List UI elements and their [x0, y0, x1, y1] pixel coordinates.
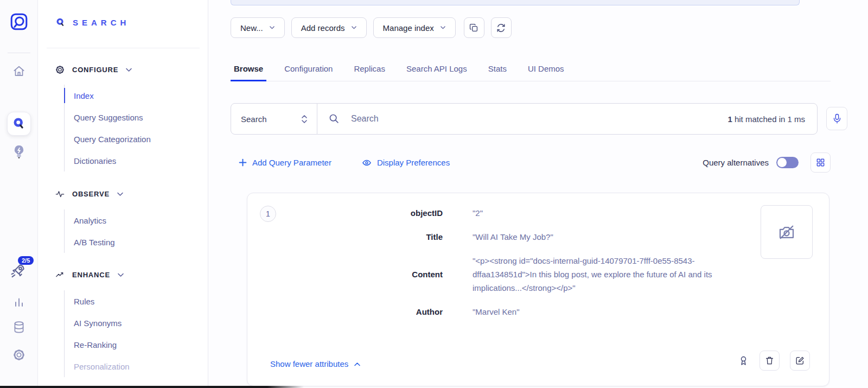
- tab-ui-demos[interactable]: UI Demos: [525, 57, 567, 81]
- sidebar-divider: [47, 48, 200, 48]
- voice-search-button[interactable]: [826, 107, 847, 130]
- sidebar-item-index[interactable]: Index: [74, 85, 151, 106]
- database-icon[interactable]: [12, 320, 26, 334]
- rail-search-item[interactable]: [7, 112, 31, 136]
- sidebar-item-ai-synonyms[interactable]: AI Synonyms: [74, 312, 130, 334]
- attribute-name: objectID: [348, 208, 443, 218]
- chevron-up-icon: [354, 361, 361, 367]
- observe-items: Analytics A/B Testing: [64, 209, 115, 253]
- grid-icon: [816, 158, 825, 167]
- attribute-name: Title: [348, 232, 443, 241]
- add-query-parameter-label: Add Query Parameter: [252, 158, 331, 167]
- observe-label: OBSERVE: [72, 190, 110, 198]
- no-image-placeholder: [761, 205, 813, 259]
- sidebar-item-re-ranking[interactable]: Re-Ranking: [74, 334, 130, 355]
- manage-index-label: Manage index: [383, 23, 434, 33]
- tab-browse[interactable]: Browse: [231, 57, 266, 81]
- chevron-down-icon: [351, 26, 357, 30]
- trash-icon: [764, 355, 775, 366]
- add-records-label: Add records: [301, 23, 345, 33]
- search-mode-select[interactable]: Search: [231, 103, 317, 135]
- new-button-label: New...: [240, 23, 263, 33]
- sidebar-item-rules[interactable]: Rules: [74, 290, 130, 312]
- search-active-icon: [12, 117, 26, 131]
- main-content: New... Add records Manage index: [208, 0, 868, 388]
- add-records-button[interactable]: Add records: [291, 17, 367, 38]
- attribute-row-objectid: objectID "2": [348, 206, 760, 220]
- hit-stats: 1 hit matched in 1 ms: [727, 115, 805, 124]
- chevron-down-icon: [440, 26, 446, 30]
- app-rail: 2/5: [0, 0, 38, 388]
- algolia-logo-icon[interactable]: [9, 12, 29, 31]
- microphone-icon: [832, 113, 843, 125]
- chevron-down-icon: [117, 272, 124, 278]
- promote-award-icon[interactable]: [738, 354, 749, 367]
- attribute-value: "Marvel Ken": [473, 305, 757, 319]
- section-observe[interactable]: OBSERVE: [55, 189, 124, 199]
- refresh-button[interactable]: [491, 17, 512, 38]
- layout-grid-button[interactable]: [810, 152, 831, 173]
- settings-gear-icon[interactable]: [12, 348, 26, 362]
- recommend-lightbulb-icon[interactable]: [11, 144, 27, 160]
- hit-stats-text: hit matched in 1 ms: [732, 115, 805, 124]
- section-configure[interactable]: CONFIGURE: [55, 65, 132, 75]
- sidebar-item-personalization[interactable]: Personalization: [74, 355, 130, 377]
- query-alternatives-group: Query alternatives: [703, 152, 831, 173]
- rail-divider: [8, 53, 30, 53]
- attribute-value: "2": [473, 206, 757, 220]
- hit-actions: [738, 351, 810, 371]
- add-query-parameter-link[interactable]: Add Query Parameter: [239, 158, 331, 167]
- query-alternatives-toggle[interactable]: [776, 157, 799, 168]
- analytics-bars-icon[interactable]: [12, 296, 25, 309]
- tab-stats[interactable]: Stats: [485, 57, 510, 81]
- sidebar-item-analytics[interactable]: Analytics: [74, 209, 115, 231]
- sidebar-title: SEARCH: [55, 17, 130, 28]
- attribute-row-content: Content "<p><strong id="docs-internal-gu…: [348, 254, 760, 295]
- hit-count: 1: [727, 115, 732, 124]
- delete-record-button[interactable]: [760, 351, 780, 371]
- usage-badge: 2/5: [18, 256, 34, 265]
- display-preferences-label: Display Preferences: [377, 158, 450, 167]
- search-row: Search 1 hit matched in 1 ms: [231, 103, 818, 135]
- show-fewer-label: Show fewer attributes: [270, 359, 348, 368]
- configure-items: Index Query Suggestions Query Categoriza…: [64, 85, 151, 171]
- copy-icon: [469, 23, 479, 33]
- new-button[interactable]: New...: [231, 17, 285, 38]
- eye-icon: [362, 158, 372, 167]
- copy-button[interactable]: [464, 17, 484, 38]
- show-fewer-attributes-link[interactable]: Show fewer attributes: [270, 359, 361, 368]
- home-icon[interactable]: [12, 64, 26, 78]
- chevron-down-icon: [117, 192, 124, 197]
- edit-icon: [795, 355, 805, 366]
- edit-record-button[interactable]: [790, 351, 810, 371]
- observe-pulse-icon: [55, 189, 65, 199]
- attribute-value: "Will AI Take My Job?": [473, 230, 757, 244]
- query-options-row: Add Query Parameter Display Preferences …: [239, 152, 831, 173]
- sidebar-item-query-suggestions[interactable]: Query Suggestions: [74, 106, 151, 128]
- configure-label: CONFIGURE: [72, 66, 118, 74]
- attribute-name: Content: [348, 270, 443, 279]
- tab-search-api-logs[interactable]: Search API Logs: [403, 57, 470, 81]
- index-toolbar: New... Add records Manage index: [231, 17, 512, 38]
- sidebar-item-ab-testing[interactable]: A/B Testing: [74, 231, 115, 253]
- bottom-video-scrub-strip: [0, 386, 304, 388]
- tab-configuration[interactable]: Configuration: [281, 57, 336, 81]
- display-preferences-link[interactable]: Display Preferences: [362, 158, 450, 167]
- search-input-box: 1 hit matched in 1 ms: [317, 103, 818, 135]
- refresh-icon: [496, 23, 506, 33]
- manage-index-button[interactable]: Manage index: [373, 17, 456, 38]
- enhance-label: ENHANCE: [72, 271, 110, 279]
- plus-icon: [239, 158, 247, 167]
- enhance-items: Rules AI Synonyms Re-Ranking Personaliza…: [64, 290, 130, 377]
- chevron-down-icon: [269, 26, 275, 30]
- search-input[interactable]: [351, 114, 727, 124]
- sidebar-item-query-categorization[interactable]: Query Categorization: [74, 128, 151, 150]
- section-enhance[interactable]: ENHANCE: [55, 270, 124, 280]
- search-product-icon: [55, 17, 66, 28]
- partial-top-bar: [231, 0, 800, 5]
- sidebar-title-label: SEARCH: [73, 18, 130, 27]
- tab-replicas[interactable]: Replicas: [350, 57, 388, 81]
- sidebar-item-dictionaries[interactable]: Dictionaries: [74, 150, 151, 171]
- index-tabs: Browse Configuration Replicas Search API…: [231, 57, 831, 81]
- attribute-value: "<p><strong id="docs-internal-guid-14079…: [473, 254, 757, 295]
